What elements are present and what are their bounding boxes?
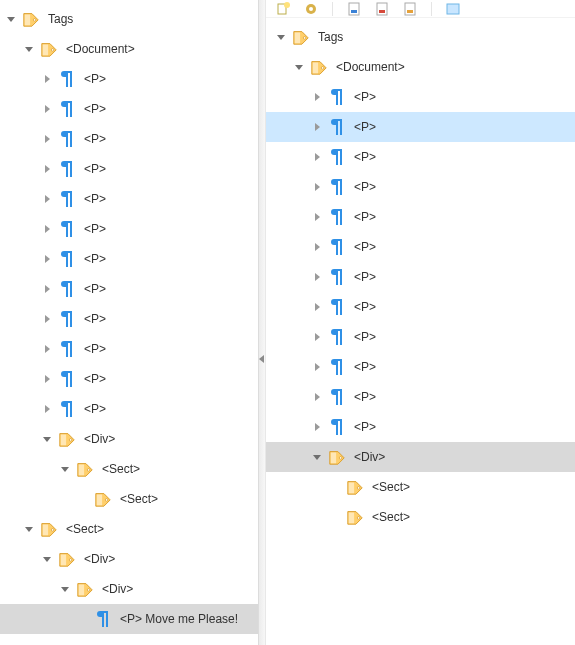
tree-label: <Document> [334, 60, 405, 74]
tree-row[interactable]: <P> Move me Please! [0, 604, 258, 634]
tree-label: <P> [352, 420, 376, 434]
tree-row[interactable]: <Div> [0, 424, 258, 454]
tree-row[interactable]: Tags [0, 4, 258, 34]
tree-row[interactable]: <P> [266, 112, 575, 142]
expand-closed-icon[interactable] [310, 180, 324, 194]
toolbar-new-icon[interactable] [276, 2, 290, 16]
toolbar-doc-orange-icon[interactable] [403, 2, 417, 16]
expand-closed-icon[interactable] [40, 72, 54, 86]
tree-label: <P> [352, 270, 376, 284]
expand-closed-icon[interactable] [40, 222, 54, 236]
tree-row[interactable]: <P> [0, 334, 258, 364]
tree-label: Tags [316, 30, 343, 44]
expand-closed-icon[interactable] [40, 312, 54, 326]
tags-tree-left[interactable]: Tags<Document><P><P><P><P><P><P><P><P><P… [0, 0, 258, 634]
tree-row[interactable]: <P> [266, 172, 575, 202]
expand-closed-icon[interactable] [310, 360, 324, 374]
toolbar-gear-icon[interactable] [304, 2, 318, 16]
tree-row[interactable]: <P> [0, 184, 258, 214]
tree-row[interactable]: <Div> [0, 574, 258, 604]
expand-open-icon[interactable] [22, 42, 36, 56]
expand-closed-icon[interactable] [310, 330, 324, 344]
tree-row[interactable]: <P> [0, 124, 258, 154]
expand-closed-icon[interactable] [310, 240, 324, 254]
expand-open-icon[interactable] [58, 462, 72, 476]
indent [0, 139, 40, 140]
toolbar-dropdown-icon[interactable] [446, 2, 460, 16]
indent [266, 487, 328, 488]
tree-row[interactable]: <Div> [266, 442, 575, 472]
paragraph-icon [92, 608, 114, 630]
tree-label: <P> [82, 132, 106, 146]
paragraph-icon [56, 308, 78, 330]
expand-open-icon[interactable] [4, 12, 18, 26]
expand-closed-icon[interactable] [40, 372, 54, 386]
paragraph-icon [326, 326, 348, 348]
tree-row[interactable]: <P> [266, 142, 575, 172]
tree-row[interactable]: <P> [0, 214, 258, 244]
indent [266, 337, 310, 338]
expand-open-icon[interactable] [274, 30, 288, 44]
tree-row[interactable]: <P> [266, 352, 575, 382]
expand-open-icon[interactable] [22, 522, 36, 536]
tag-icon [20, 8, 42, 30]
pane-splitter[interactable] [258, 0, 266, 645]
expand-open-icon[interactable] [310, 450, 324, 464]
paragraph-icon [326, 356, 348, 378]
expand-open-icon[interactable] [40, 552, 54, 566]
expand-closed-icon[interactable] [40, 192, 54, 206]
tree-row[interactable]: <P> [0, 244, 258, 274]
tree-row[interactable]: <P> [266, 292, 575, 322]
indent [266, 307, 310, 308]
tree-row[interactable]: <P> [0, 394, 258, 424]
toolbar-doc-acc-icon[interactable] [347, 2, 361, 16]
tree-row[interactable]: <P> [0, 94, 258, 124]
expand-closed-icon[interactable] [310, 420, 324, 434]
tree-row[interactable]: <P> [0, 364, 258, 394]
expand-closed-icon[interactable] [40, 402, 54, 416]
tag-icon [344, 506, 366, 528]
tree-row[interactable]: <P> [0, 274, 258, 304]
expand-closed-icon[interactable] [40, 342, 54, 356]
tags-tree-right[interactable]: Tags<Document><P><P><P><P><P><P><P><P><P… [266, 18, 575, 532]
tree-row[interactable]: <P> [0, 304, 258, 334]
tree-row[interactable]: <Sect> [0, 484, 258, 514]
svg-rect-10 [377, 3, 387, 15]
tree-row[interactable]: <P> [266, 262, 575, 292]
expand-open-icon[interactable] [58, 582, 72, 596]
expand-closed-icon[interactable] [310, 210, 324, 224]
expand-closed-icon[interactable] [40, 102, 54, 116]
expand-closed-icon[interactable] [40, 282, 54, 296]
expand-closed-icon[interactable] [310, 300, 324, 314]
expand-closed-icon[interactable] [40, 162, 54, 176]
tree-row[interactable]: <P> [266, 82, 575, 112]
tree-row[interactable]: <P> [266, 322, 575, 352]
tree-row[interactable]: <P> [0, 154, 258, 184]
tree-row[interactable]: <Sect> [266, 472, 575, 502]
tree-label: <Div> [100, 582, 133, 596]
tree-row[interactable]: <Sect> [0, 514, 258, 544]
expand-closed-icon[interactable] [310, 150, 324, 164]
expand-open-icon[interactable] [40, 432, 54, 446]
toolbar-doc-red-icon[interactable] [375, 2, 389, 16]
expand-closed-icon[interactable] [40, 132, 54, 146]
expand-closed-icon[interactable] [310, 90, 324, 104]
expand-closed-icon[interactable] [310, 390, 324, 404]
tree-row[interactable]: <Document> [0, 34, 258, 64]
right-toolbar [266, 0, 575, 18]
tree-row[interactable]: Tags [266, 22, 575, 52]
expand-closed-icon[interactable] [310, 120, 324, 134]
tree-row[interactable]: <Div> [0, 544, 258, 574]
indent [266, 457, 310, 458]
tree-row[interactable]: <P> [266, 202, 575, 232]
tree-row[interactable]: <P> [266, 412, 575, 442]
expand-closed-icon[interactable] [310, 270, 324, 284]
tree-row[interactable]: <P> [266, 232, 575, 262]
tree-row[interactable]: <P> [0, 64, 258, 94]
tree-row[interactable]: <Document> [266, 52, 575, 82]
tree-row[interactable]: <Sect> [0, 454, 258, 484]
expand-closed-icon[interactable] [40, 252, 54, 266]
tree-row[interactable]: <Sect> [266, 502, 575, 532]
expand-open-icon[interactable] [292, 60, 306, 74]
tree-row[interactable]: <P> [266, 382, 575, 412]
